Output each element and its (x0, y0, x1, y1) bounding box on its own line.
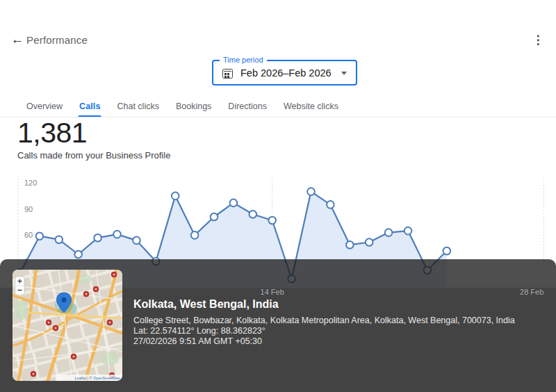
chart-data-point[interactable] (385, 229, 393, 236)
svg-text:Leaflet | © OpenStreetMap: Leaflet | © OpenStreetMap (75, 376, 120, 380)
chart-data-point[interactable] (74, 251, 82, 259)
location-overlay-panel: Leaflet | © OpenStreetMap Kolkata, West … (0, 259, 556, 392)
location-coordinates: Lat: 22.574112° Long: 88.362823° (133, 326, 515, 336)
chart-data-point[interactable] (443, 247, 451, 255)
chart-data-point[interactable] (113, 231, 121, 238)
map-zoom-control (15, 277, 24, 295)
chart-data-point[interactable] (172, 193, 179, 200)
location-address: College Street, Bowbazar, Kolkata, Kolka… (133, 316, 515, 326)
x-axis-label-14feb: 14 Feb (261, 288, 284, 296)
map-thumbnail[interactable]: Leaflet | © OpenStreetMap (13, 270, 122, 381)
location-title: Kolkata, West Bengal, India (133, 298, 515, 311)
chart-data-point[interactable] (307, 188, 315, 195)
y-axis-tick-label: 60 (24, 231, 33, 239)
x-axis-label-28feb: 28 Feb (520, 288, 543, 296)
chart-data-point[interactable] (366, 238, 373, 246)
chart-data-point[interactable] (56, 236, 63, 243)
chart-data-point[interactable] (404, 227, 412, 235)
location-timestamp: 27/02/2026 9:51 AM GMT +05:30 (133, 336, 515, 347)
y-axis-tick-label: 90 (24, 205, 33, 213)
chart-data-point[interactable] (36, 232, 44, 240)
chart-data-point[interactable] (268, 217, 276, 224)
performance-screen: ← Performance ⋮ Time period Feb 2026–Feb… (0, 0, 556, 392)
chart-data-point[interactable] (346, 241, 354, 249)
map-attribution: Leaflet | © OpenStreetMap (56, 375, 122, 381)
chart-data-point[interactable] (94, 234, 101, 242)
chart-data-point[interactable] (191, 231, 199, 239)
chart-data-point[interactable] (230, 199, 238, 207)
location-details: Kolkata, West Bengal, India College Stre… (133, 298, 515, 347)
location-pin-icon (55, 293, 73, 313)
chart-data-point[interactable] (211, 213, 218, 221)
chart-data-point[interactable] (133, 237, 140, 245)
chart-data-point[interactable] (250, 211, 257, 218)
chart-data-point[interactable] (327, 201, 334, 209)
map-image: Leaflet | © OpenStreetMap (13, 270, 122, 381)
y-axis-tick-label: 120 (24, 179, 37, 187)
